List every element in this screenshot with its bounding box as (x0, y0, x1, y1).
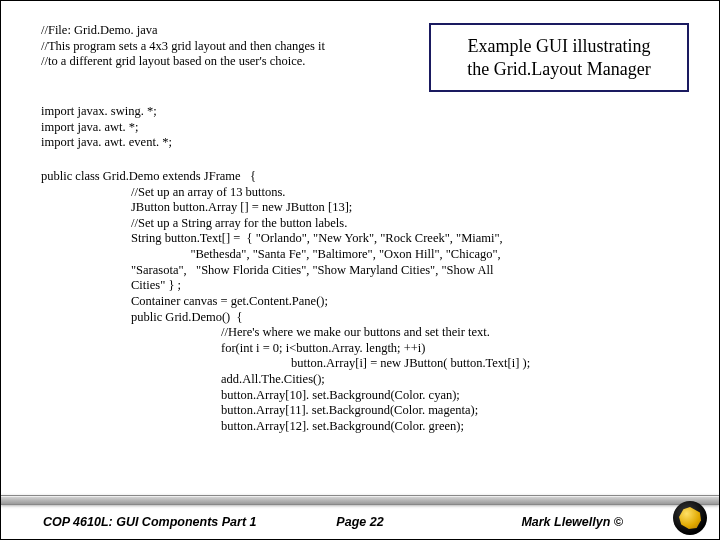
title-callout: Example GUI illustrating the Grid.Layout… (429, 23, 689, 92)
comment-line: //to a different grid layout based on th… (41, 54, 415, 70)
code-line: "Sarasota", "Show Florida Cities", "Show… (131, 263, 493, 277)
course-title: COP 4610L: GUI Components Part 1 (43, 515, 256, 529)
code-line: button.Array[i] = new JButton( button.Te… (291, 356, 530, 370)
footer-divider-bar (1, 495, 719, 505)
import-statements: import javax. swing. *; import java. awt… (41, 104, 689, 151)
code-line: for(int i = 0; i<button.Array. length; +… (221, 341, 425, 355)
class-body: public class Grid.Demo extends JFrame { … (41, 169, 689, 435)
code-line: "Bethesda", "Santa Fe", "Baltimore", "Ox… (131, 247, 501, 261)
ucf-logo-pegasus (679, 507, 701, 529)
file-header-comments: //File: Grid.Demo. java //This program s… (41, 23, 415, 92)
callout-line: the Grid.Layout Manager (439, 58, 679, 81)
code-line: public class Grid.Demo extends JFrame { (41, 169, 256, 183)
slide-content: //File: Grid.Demo. java //This program s… (41, 23, 689, 479)
code-line: String button.Text[] = { "Orlando", "New… (131, 231, 503, 245)
code-line: Container canvas = get.Content.Pane(); (131, 294, 328, 308)
author-credit: Mark Llewellyn © (521, 515, 623, 529)
slide-footer: COP 4610L: GUI Components Part 1 Page 22… (1, 495, 719, 539)
top-row: //File: Grid.Demo. java //This program s… (41, 23, 689, 92)
comment-line: //File: Grid.Demo. java (41, 23, 415, 39)
code-line: button.Array[10]. set.Background(Color. … (221, 388, 460, 402)
ucf-logo (673, 501, 707, 535)
import-line: import javax. swing. *; (41, 104, 689, 120)
code-line: //Here's where we make our buttons and s… (221, 325, 490, 339)
code-line: //Set up a String array for the button l… (131, 216, 347, 230)
code-line: public Grid.Demo() { (131, 310, 243, 324)
code-line: Cities" } ; (131, 278, 181, 292)
code-line: add.All.The.Cities(); (221, 372, 325, 386)
page-number: Page 22 (336, 515, 383, 529)
import-line: import java. awt. event. *; (41, 135, 689, 151)
footer-text-row: COP 4610L: GUI Components Part 1 Page 22… (1, 505, 719, 539)
callout-line: Example GUI illustrating (439, 35, 679, 58)
import-line: import java. awt. *; (41, 120, 689, 136)
comment-line: //This program sets a 4x3 grid layout an… (41, 39, 415, 55)
code-line: button.Array[12]. set.Background(Color. … (221, 419, 464, 433)
code-line: button.Array[11]. set.Background(Color. … (221, 403, 478, 417)
code-line: //Set up an array of 13 buttons. (131, 185, 286, 199)
code-line: JButton button.Array [] = new JButton [1… (131, 200, 352, 214)
